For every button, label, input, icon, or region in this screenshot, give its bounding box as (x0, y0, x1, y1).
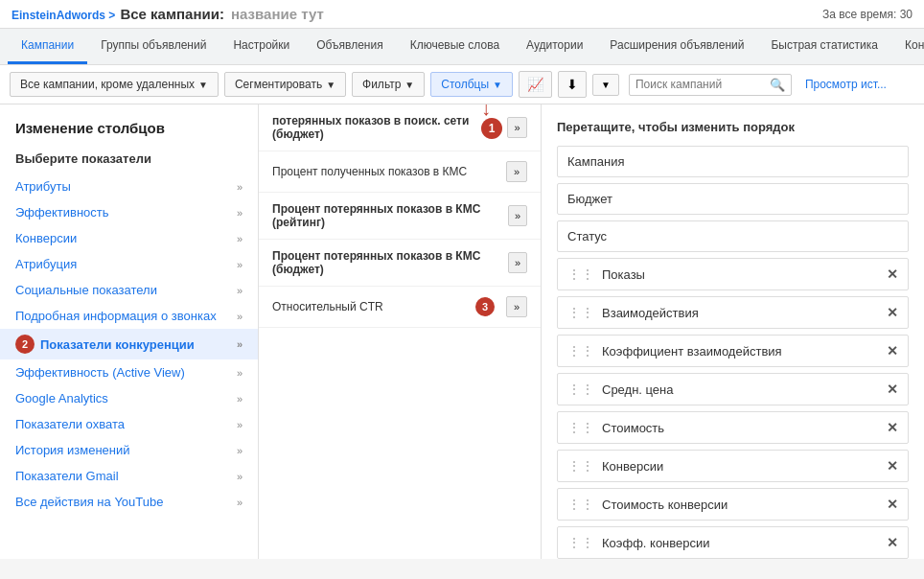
panel-subtitle: Выберите показатели (0, 148, 258, 174)
add-metric-button[interactable]: » (507, 117, 527, 138)
campaign-name: название тут (231, 6, 324, 22)
add-metric-button[interactable]: » (508, 252, 527, 273)
page-title: Все кампании: (120, 6, 224, 22)
chevron-right-icon: » (237, 367, 243, 379)
filter-button[interactable]: Фильтр ▼ (352, 72, 425, 97)
chevron-right-icon: » (237, 311, 243, 322)
remove-item-button[interactable]: ✕ (887, 266, 898, 282)
nav-tabs: Кампании Группы объявлений Настройки Объ… (0, 29, 924, 65)
segment-button[interactable]: Сегментировать ▼ (224, 72, 346, 97)
drag-handle-icon: ⋮⋮ (567, 535, 594, 550)
breadcrumb: EinsteinAdwords > Все кампании: название… (12, 6, 912, 22)
remove-item-button[interactable]: ✕ (887, 458, 898, 474)
menu-item-efficiency[interactable]: Эффективность » (0, 199, 258, 225)
drag-item-interactions[interactable]: ⋮⋮ Взаимодействия ✕ (557, 296, 909, 329)
list-item[interactable]: Относительный CTR 3 » (259, 287, 541, 328)
download-button[interactable]: ⬇ (558, 71, 587, 98)
chevron-right-icon: » (237, 393, 243, 405)
tab-quick-stats[interactable]: Быстрая статистика (757, 29, 891, 64)
menu-item-attribution[interactable]: Атрибуция » (0, 251, 258, 277)
panel-title: Изменение столбцов (0, 120, 258, 148)
search-icon[interactable]: 🔍 (770, 78, 785, 92)
drag-item-budget: Бюджет (557, 183, 909, 215)
tab-audiences[interactable]: Аудитории (513, 29, 596, 64)
filter-campaigns-button[interactable]: Все кампании, кроме удаленных ▼ (10, 72, 219, 97)
chevron-right-icon: » (237, 338, 243, 350)
menu-item-reach[interactable]: Показатели охвата » (0, 411, 258, 437)
drag-item-interaction-rate[interactable]: ⋮⋮ Коэффициент взаимодействия ✕ (557, 335, 909, 367)
drag-handle-icon: ⋮⋮ (567, 420, 594, 435)
middle-panel: потерянных показов в поиск. сети (бюджет… (259, 104, 542, 559)
badge-2: 2 (15, 335, 35, 354)
chevron-down-icon: ▼ (404, 80, 414, 90)
columns-button[interactable]: Столбцы ▼ (430, 72, 513, 97)
remove-item-button[interactable]: ✕ (887, 535, 898, 550)
drag-item-campaign: Кампания (557, 146, 909, 177)
add-metric-button[interactable]: » (506, 161, 527, 182)
search-box: 🔍 (629, 74, 792, 96)
add-metric-button[interactable]: » (508, 205, 527, 226)
menu-item-social[interactable]: Социальные показатели » (0, 277, 258, 303)
drag-handle-icon: ⋮⋮ (567, 305, 594, 320)
menu-item-google-analytics[interactable]: Google Analytics » (0, 385, 258, 411)
toolbar: Все кампании, кроме удаленных ▼ Сегменти… (0, 65, 924, 104)
chevron-down-icon: ▼ (326, 80, 335, 90)
drag-item-conversion-rate[interactable]: ⋮⋮ Коэфф. конверсии ✕ (557, 526, 909, 559)
chevron-right-icon: » (237, 259, 243, 270)
menu-item-calls[interactable]: Подробная информация о звонках » (0, 303, 258, 329)
menu-item-history[interactable]: История изменений » (0, 437, 258, 463)
tab-settings[interactable]: Настройки (219, 29, 303, 64)
remove-item-button[interactable]: ✕ (887, 497, 898, 512)
list-item[interactable]: Процент потерянных показов в КМС (рейтин… (259, 193, 541, 240)
remove-item-button[interactable]: ✕ (887, 382, 898, 397)
remove-item-button[interactable]: ✕ (887, 420, 898, 435)
chevron-right-icon: » (237, 419, 243, 430)
tab-adgroups[interactable]: Группы объявлений (87, 29, 219, 64)
chevron-right-icon: » (237, 497, 243, 508)
drag-handle-icon: ⋮⋮ (567, 458, 594, 474)
tab-keywords[interactable]: Ключевые слова (397, 29, 513, 64)
tab-campaigns[interactable]: Кампании (8, 29, 87, 64)
chart-button[interactable]: 📈 (519, 71, 552, 98)
add-metric-button[interactable]: » (506, 296, 527, 317)
chevron-right-icon: » (237, 233, 243, 244)
list-item[interactable]: Процент полученных показов в КМС » (259, 151, 541, 193)
chevron-down-icon: ▼ (493, 80, 502, 90)
menu-item-competition[interactable]: 2 Показатели конкуренции » (0, 329, 258, 359)
right-panel: Перетащите, чтобы изменить порядок Кампа… (542, 104, 924, 559)
chevron-right-icon: » (237, 207, 243, 219)
chevron-right-icon: » (237, 471, 243, 482)
menu-item-conversions[interactable]: Конверсии » (0, 225, 258, 251)
chevron-down-icon: ▼ (198, 80, 208, 90)
menu-item-youtube[interactable]: Все действия на YouTube » (0, 489, 258, 515)
menu-item-active-view[interactable]: Эффективность (Active View) » (0, 359, 258, 385)
drag-item-cost[interactable]: ⋮⋮ Стоимость ✕ (557, 411, 909, 444)
remove-item-button[interactable]: ✕ (887, 305, 898, 320)
left-panel: Изменение столбцов Выберите показатели А… (0, 104, 259, 559)
drag-item-conversion-cost[interactable]: ⋮⋮ Стоимость конверсии ✕ (557, 488, 909, 521)
drag-item-avg-price[interactable]: ⋮⋮ Средн. цена ✕ (557, 373, 909, 405)
drag-handle-icon: ⋮⋮ (567, 382, 594, 397)
badge-1: 1 (481, 118, 502, 139)
tab-ads[interactable]: Объявления (303, 29, 396, 64)
right-panel-title: Перетащите, чтобы изменить порядок (557, 120, 909, 134)
drag-handle-icon: ⋮⋮ (567, 266, 594, 282)
menu-item-gmail[interactable]: Показатели Gmail » (0, 463, 258, 489)
search-input[interactable] (635, 78, 770, 91)
history-link[interactable]: Просмотр ист... (805, 78, 887, 91)
drag-item-impressions[interactable]: ⋮⋮ Показы ✕ (557, 258, 909, 290)
chevron-right-icon: » (237, 181, 243, 193)
drag-handle-icon: ⋮⋮ (567, 343, 594, 359)
tab-other[interactable]: Конте... (891, 29, 924, 64)
tab-extensions[interactable]: Расширения объявлений (596, 29, 757, 64)
drag-item-conversions[interactable]: ⋮⋮ Конверсии ✕ (557, 450, 909, 482)
badge-3: 3 (475, 297, 495, 316)
list-item[interactable]: Процент потерянных показов в КМС (бюджет… (259, 240, 541, 287)
date-range: За все время: 30 (822, 8, 912, 21)
drag-item-status: Статус (557, 220, 909, 252)
menu-item-attributes[interactable]: Атрибуты » (0, 174, 258, 199)
download-arrow-button[interactable]: ▼ (592, 74, 619, 96)
drag-handle-icon: ⋮⋮ (567, 497, 594, 512)
chevron-right-icon: » (237, 285, 243, 296)
remove-item-button[interactable]: ✕ (887, 343, 898, 359)
